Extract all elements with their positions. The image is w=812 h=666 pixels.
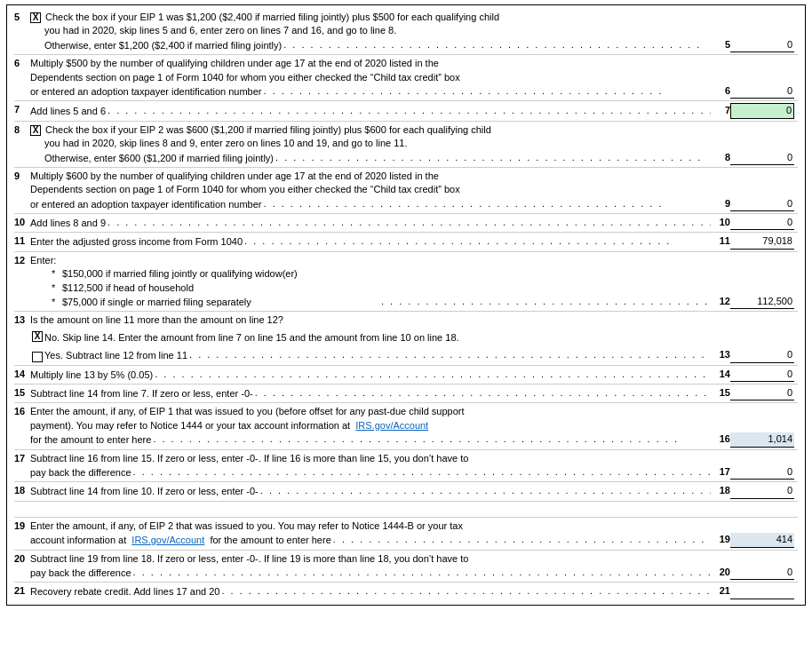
- field-value-14[interactable]: 0: [730, 368, 794, 382]
- line9-text2: Dependents section on page 1 of Form 104…: [30, 183, 794, 196]
- line-num-14: 14: [14, 368, 30, 379]
- field-value-15[interactable]: 0: [730, 386, 794, 400]
- line-num-15: 15: [14, 386, 30, 398]
- line13-no-text: No. Skip line 14. Enter the amount from …: [44, 331, 459, 345]
- row-14: 14 Multiply line 13 by 5% (0.05) . . . .…: [14, 366, 798, 385]
- line21-text: Recovery rebate credit. Add lines 17 and…: [30, 585, 219, 599]
- line14-text: Multiply line 13 by 5% (0.05): [30, 369, 153, 382]
- field-value-19[interactable]: 414: [730, 533, 794, 547]
- row-16: 16 Enter the amount, if any, of EIP 1 th…: [14, 403, 798, 449]
- checkbox-no-13[interactable]: X: [32, 331, 43, 342]
- line-content-8: X Check the box if your EIP 2 was $600 (…: [30, 123, 798, 165]
- line9-text3: or entered an adoption taxpayer identifi…: [30, 198, 262, 211]
- line12-dots: . . . . . . . . . . . . . . . . . . . . …: [379, 295, 711, 308]
- row-9: 9 Multiply $600 by the number of qualify…: [14, 168, 798, 214]
- line18-dots: . . . . . . . . . . . . . . . . . . . . …: [259, 484, 711, 497]
- field-num-8: 8: [711, 151, 730, 165]
- line20-text2: pay back the difference: [30, 567, 131, 580]
- field-num-9: 9: [711, 197, 730, 211]
- field-num-6: 6: [711, 84, 730, 99]
- line19-text2: account information at IRS.gov/Account f…: [30, 534, 331, 547]
- field-value-6[interactable]: 0: [730, 84, 794, 99]
- line7-dots: . . . . . . . . . . . . . . . . . . . . …: [106, 104, 711, 117]
- line9-text1: Multiply $600 by the number of qualifyin…: [30, 170, 794, 183]
- line-content-11: Enter the adjusted gross income from For…: [30, 234, 798, 249]
- line12-bullet3-row: * $75,000 if single or married filing se…: [30, 296, 379, 309]
- line17-dots: . . . . . . . . . . . . . . . . . . . . …: [131, 465, 711, 479]
- line13-yes-text: Yes. Subtract line 12 from line 11: [44, 349, 187, 362]
- line12-bullet1: $150,000 if married filing jointly or qu…: [62, 267, 298, 281]
- field-num-20: 20: [711, 566, 730, 580]
- line8-text2: you had in 2020, skip lines 8 and 9, ent…: [30, 137, 794, 150]
- row-15: 15 Subtract line 14 from line 7. If zero…: [14, 385, 798, 403]
- field-value-5[interactable]: 0: [730, 38, 794, 52]
- line18-text: Subtract line 14 from line 10. If zero o…: [30, 485, 259, 498]
- row-13a: 13 Is the amount on line 11 more than th…: [14, 312, 798, 329]
- line-num-12: 12: [14, 254, 30, 266]
- line-content-19: Enter the amount, if any, of EIP 2 that …: [30, 519, 798, 548]
- line-num-10: 10: [14, 216, 30, 227]
- field-value-9[interactable]: 0: [730, 197, 794, 211]
- row-18: 18 Subtract line 14 from line 10. If zer…: [14, 482, 798, 501]
- line-content-13c: Yes. Subtract line 12 from line 11 . . .…: [14, 348, 798, 362]
- field-value-18[interactable]: 0: [730, 484, 794, 498]
- field-num-13: 13: [711, 348, 730, 362]
- line14-dots: . . . . . . . . . . . . . . . . . . . . …: [153, 368, 711, 381]
- line-content-5: X Check the box if your EIP 1 was $1,200…: [30, 11, 798, 52]
- line6-text2: Dependents section on page 1 of Form 104…: [30, 71, 794, 84]
- line-num-7: 7: [14, 103, 30, 115]
- row-10: 10 Add lines 8 and 9 . . . . . . . . . .…: [14, 214, 798, 233]
- field-num-18: 18: [711, 484, 730, 498]
- row-13c: Yes. Subtract line 12 from line 11 . . .…: [14, 346, 798, 365]
- field-value-20[interactable]: 0: [730, 566, 794, 580]
- row-13b: X No. Skip line 14. Enter the amount fro…: [14, 329, 798, 346]
- field-value-8[interactable]: 0: [730, 151, 794, 165]
- line10-dots: . . . . . . . . . . . . . . . . . . . . …: [106, 216, 711, 229]
- field-value-21[interactable]: [730, 584, 794, 599]
- line-num-19: 19: [14, 519, 30, 531]
- line7-text: Add lines 5 and 6: [30, 105, 106, 118]
- field-num-21: 21: [711, 584, 730, 599]
- field-value-10[interactable]: 0: [730, 216, 794, 230]
- line-num-11: 11: [14, 234, 30, 246]
- line15-dots: . . . . . . . . . . . . . . . . . . . . …: [253, 386, 711, 400]
- field-num-14: 14: [711, 368, 730, 382]
- field-value-11[interactable]: 79,018: [730, 234, 794, 249]
- line16-dots: . . . . . . . . . . . . . . . . . . . . …: [151, 432, 711, 446]
- field-value-16[interactable]: 1,014: [730, 432, 794, 447]
- field-num-12: 12: [711, 295, 730, 309]
- field-value-12[interactable]: 112,500: [730, 295, 794, 309]
- field-num-11: 11: [711, 234, 730, 249]
- line-content-21: Recovery rebate credit. Add lines 17 and…: [30, 584, 798, 599]
- line16-link[interactable]: IRS.gov/Account: [355, 420, 428, 431]
- row-5: 5 X Check the box if your EIP 1 was $1,2…: [14, 9, 798, 55]
- line-content-16: Enter the amount, if any, of EIP 1 that …: [30, 405, 798, 447]
- line-content-14: Multiply line 13 by 5% (0.05) . . . . . …: [30, 368, 798, 382]
- line6-dots: . . . . . . . . . . . . . . . . . . . . …: [262, 84, 711, 98]
- line-num-18: 18: [14, 484, 30, 496]
- field-value-17[interactable]: 0: [730, 465, 794, 480]
- line20-dots: . . . . . . . . . . . . . . . . . . . . …: [131, 566, 711, 579]
- line10-text: Add lines 8 and 9: [30, 217, 106, 230]
- line19-link[interactable]: IRS.gov/Account: [131, 535, 204, 545]
- separator-row: [14, 502, 798, 518]
- line12-enter: Enter:: [30, 254, 794, 267]
- line-num-17: 17: [14, 452, 30, 464]
- line20-text1: Subtract line 19 from line 18. If zero o…: [30, 552, 794, 566]
- checkbox-8[interactable]: X: [30, 125, 41, 136]
- field-num-7: 7: [711, 104, 730, 118]
- field-num-19: 19: [711, 533, 730, 547]
- checkbox-yes-13[interactable]: [32, 352, 43, 362]
- row-17: 17 Subtract line 16 from line 15. If zer…: [14, 450, 798, 483]
- line-content-6: Multiply $500 by the number of qualifyin…: [30, 57, 798, 99]
- line11-dots: . . . . . . . . . . . . . . . . . . . . …: [243, 234, 711, 248]
- field-num-15: 15: [711, 386, 730, 400]
- line-num-6: 6: [14, 57, 30, 68]
- line9-dots: . . . . . . . . . . . . . . . . . . . . …: [262, 197, 711, 210]
- field-num-17: 17: [711, 465, 730, 480]
- checkbox-5[interactable]: X: [30, 12, 41, 23]
- field-value-7[interactable]: 0: [730, 103, 794, 118]
- line12-bullet2: $112,500 if head of household: [62, 281, 194, 295]
- line-num-13a: 13: [14, 313, 30, 325]
- field-value-13[interactable]: 0: [730, 348, 794, 362]
